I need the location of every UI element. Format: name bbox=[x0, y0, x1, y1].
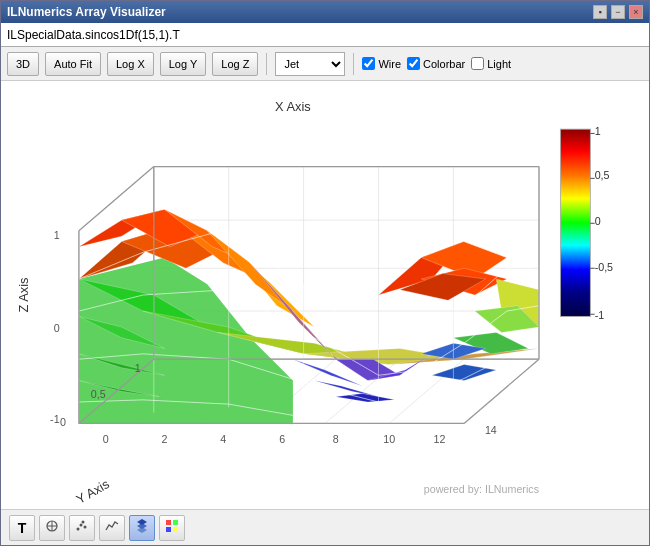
light-checkbox-group[interactable]: Light bbox=[471, 57, 511, 70]
btn-text-tool[interactable]: T bbox=[9, 515, 35, 541]
svg-text:0: 0 bbox=[103, 433, 109, 445]
svg-text:powered by: ILNumerics: powered by: ILNumerics bbox=[424, 483, 539, 495]
line-icon bbox=[105, 519, 119, 536]
light-checkbox[interactable] bbox=[471, 57, 484, 70]
svg-text:0: 0 bbox=[60, 416, 66, 428]
chart-svg: X Axis Z Axis Y Axis bbox=[1, 81, 649, 509]
z-axis-label: Z Axis bbox=[16, 278, 31, 313]
svg-rect-96 bbox=[173, 520, 178, 525]
separator-1 bbox=[266, 53, 267, 75]
formula-text: ILSpecialData.sincos1Df(15,1).T bbox=[7, 28, 180, 42]
svg-text:1: 1 bbox=[595, 125, 601, 137]
svg-rect-73 bbox=[560, 129, 590, 316]
svg-text:0: 0 bbox=[595, 215, 601, 227]
close-button[interactable]: × bbox=[629, 5, 643, 19]
svg-text:1: 1 bbox=[54, 229, 60, 241]
svg-text:10: 10 bbox=[383, 433, 395, 445]
main-content: X Axis Z Axis Y Axis bbox=[1, 81, 649, 509]
light-label: Light bbox=[487, 58, 511, 70]
svg-text:14: 14 bbox=[485, 424, 497, 436]
btn-surface-tool[interactable] bbox=[129, 515, 155, 541]
svg-point-91 bbox=[82, 521, 85, 524]
separator-2 bbox=[353, 53, 354, 75]
formula-bar: ILSpecialData.sincos1Df(15,1).T bbox=[1, 23, 649, 47]
svg-rect-97 bbox=[166, 527, 171, 532]
svg-text:-1: -1 bbox=[595, 309, 605, 321]
btn-3d[interactable]: 3D bbox=[7, 52, 39, 76]
svg-text:6: 6 bbox=[279, 433, 285, 445]
toolbar: 3D Auto Fit Log X Log Y Log Z Jet HSV Ho… bbox=[1, 47, 649, 81]
btn-color-tool[interactable] bbox=[159, 515, 185, 541]
svg-point-88 bbox=[77, 528, 80, 531]
wire-checkbox[interactable] bbox=[362, 57, 375, 70]
title-controls: ▪ − × bbox=[593, 5, 643, 19]
window-title: ILNumerics Array Visualizer bbox=[7, 5, 166, 19]
scatter-icon bbox=[75, 519, 89, 536]
colormap-select[interactable]: Jet HSV Hot Cool Gray bbox=[275, 52, 345, 76]
svg-text:-1: -1 bbox=[50, 413, 60, 425]
svg-text:1: 1 bbox=[135, 362, 141, 374]
btn-logz[interactable]: Log Z bbox=[212, 52, 258, 76]
svg-point-89 bbox=[80, 524, 83, 527]
btn-scatter-tool[interactable] bbox=[69, 515, 95, 541]
pin-button[interactable]: ▪ bbox=[593, 5, 607, 19]
btn-logy[interactable]: Log Y bbox=[160, 52, 207, 76]
btn-cursor-tool[interactable] bbox=[39, 515, 65, 541]
svg-text:0,5: 0,5 bbox=[91, 388, 106, 400]
wire-checkbox-group[interactable]: Wire bbox=[362, 57, 401, 70]
minimize-button[interactable]: − bbox=[611, 5, 625, 19]
svg-text:2: 2 bbox=[162, 433, 168, 445]
svg-text:0,5: 0,5 bbox=[595, 169, 610, 181]
svg-text:4: 4 bbox=[220, 433, 226, 445]
colorbar-label: Colorbar bbox=[423, 58, 465, 70]
btn-autofit[interactable]: Auto Fit bbox=[45, 52, 101, 76]
chart-area[interactable]: X Axis Z Axis Y Axis bbox=[1, 81, 649, 509]
svg-text:-0,5: -0,5 bbox=[595, 261, 613, 273]
svg-rect-95 bbox=[166, 520, 171, 525]
svg-text:12: 12 bbox=[434, 433, 446, 445]
colorbar-checkbox[interactable] bbox=[407, 57, 420, 70]
svg-rect-98 bbox=[173, 527, 178, 532]
color-icon bbox=[165, 519, 179, 536]
svg-marker-94 bbox=[137, 519, 147, 525]
btn-logx[interactable]: Log X bbox=[107, 52, 154, 76]
wire-label: Wire bbox=[378, 58, 401, 70]
bottom-toolbar: T bbox=[1, 509, 649, 545]
surface-icon bbox=[135, 519, 149, 536]
btn-line-tool[interactable] bbox=[99, 515, 125, 541]
text-icon: T bbox=[18, 520, 27, 536]
main-window: ILNumerics Array Visualizer ▪ − × ILSpec… bbox=[0, 0, 650, 546]
title-bar: ILNumerics Array Visualizer ▪ − × bbox=[1, 1, 649, 23]
svg-text:8: 8 bbox=[333, 433, 339, 445]
cursor-icon bbox=[45, 519, 59, 536]
svg-text:0: 0 bbox=[54, 322, 60, 334]
svg-point-90 bbox=[84, 526, 87, 529]
x-axis-label: X Axis bbox=[275, 99, 311, 114]
colorbar-checkbox-group[interactable]: Colorbar bbox=[407, 57, 465, 70]
